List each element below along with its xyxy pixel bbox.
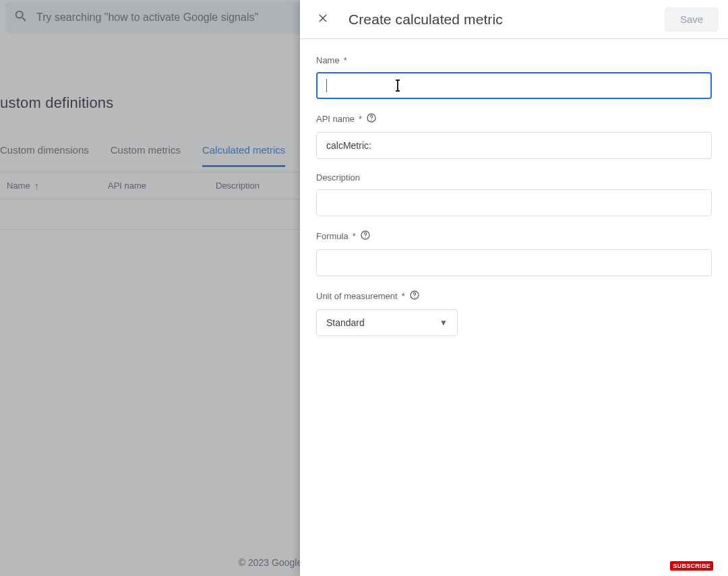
close-icon xyxy=(316,11,330,28)
field-name: Name* xyxy=(316,55,712,99)
api-name-input[interactable] xyxy=(316,132,712,159)
svg-point-3 xyxy=(365,237,365,238)
help-icon[interactable] xyxy=(360,230,371,243)
panel-body: Name* API name* Description xyxy=(300,39,728,366)
svg-point-5 xyxy=(414,297,415,298)
field-api-name-label: API name* xyxy=(316,113,712,125)
subscribe-badge[interactable]: SUBSCRIBE xyxy=(670,561,713,571)
field-description-label-text: Description xyxy=(316,172,360,183)
panel-title: Create calculated metric xyxy=(348,11,503,28)
description-input[interactable] xyxy=(316,189,712,216)
panel-header: Create calculated metric Save xyxy=(300,0,728,39)
field-unit: Unit of measurement* Standard ▼ xyxy=(316,290,712,336)
required-asterisk: * xyxy=(359,114,362,124)
field-formula-label: Formula* xyxy=(316,230,712,243)
field-name-label: Name* xyxy=(316,55,712,65)
field-unit-label: Unit of measurement* xyxy=(316,290,712,302)
field-unit-label-text: Unit of measurement xyxy=(316,291,398,301)
text-caret-icon xyxy=(393,79,402,92)
unit-select[interactable]: Standard ▼ xyxy=(316,309,458,336)
formula-input[interactable] xyxy=(316,249,712,276)
help-icon[interactable] xyxy=(366,113,377,125)
close-button[interactable] xyxy=(309,6,336,33)
help-icon[interactable] xyxy=(409,290,420,302)
field-api-name: API name* xyxy=(316,113,712,159)
svg-point-1 xyxy=(371,120,371,121)
required-asterisk: * xyxy=(353,231,356,241)
required-asterisk: * xyxy=(402,291,405,301)
text-cursor xyxy=(326,79,327,92)
field-api-name-label-text: API name xyxy=(316,114,355,124)
field-name-label-text: Name xyxy=(316,55,340,65)
name-input[interactable] xyxy=(316,72,712,99)
name-input-wrapper xyxy=(316,72,712,99)
field-description: Description xyxy=(316,172,712,216)
field-formula: Formula* xyxy=(316,230,712,276)
field-description-label: Description xyxy=(316,172,712,183)
create-calculated-metric-panel: Create calculated metric Save Name* API … xyxy=(300,0,728,576)
unit-select-value: Standard xyxy=(326,317,365,328)
field-formula-label-text: Formula xyxy=(316,231,348,241)
required-asterisk: * xyxy=(344,55,347,65)
save-button[interactable]: Save xyxy=(665,7,719,32)
chevron-down-icon: ▼ xyxy=(439,318,448,327)
